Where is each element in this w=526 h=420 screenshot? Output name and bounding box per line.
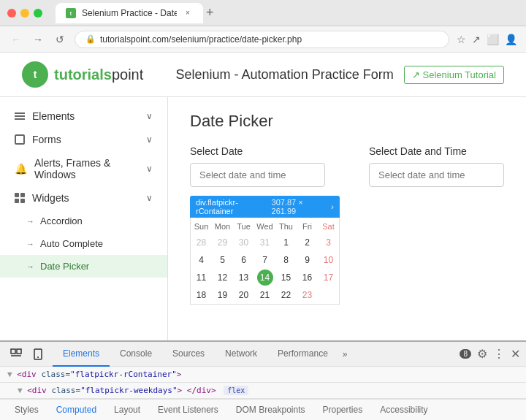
chevron-down-icon: ∨ <box>146 111 153 121</box>
cal-day[interactable]: 19 <box>212 286 233 304</box>
minimize-button[interactable] <box>20 9 29 18</box>
devtools-panel-tab-layout[interactable]: Layout <box>105 400 149 421</box>
sidebar-item-alerts[interactable]: 🔔 Alerts, Frames & Windows ∨ <box>0 151 167 186</box>
devtools-panel-tabs: Styles Computed Layout Event Listeners D… <box>0 400 526 420</box>
devtools-panel-tab-computed[interactable]: Computed <box>47 400 105 421</box>
devtools-close-icon[interactable]: ✕ <box>511 347 520 361</box>
devtools-tabs: Elements Console Sources Network Perform… <box>0 342 526 367</box>
cal-day[interactable]: 1 <box>275 234 297 251</box>
new-tab-button[interactable]: + <box>206 5 214 20</box>
date-picker-input-1[interactable] <box>190 163 325 187</box>
sidebar-subitem-accordion[interactable]: → Accordion <box>0 210 167 232</box>
site-header: t tutorialspoint Selenium - Automation P… <box>0 53 526 97</box>
cal-day-today[interactable]: 14 <box>257 270 273 286</box>
share-icon[interactable]: ↗ <box>472 34 481 45</box>
devtools-panel-tab-accessibility[interactable]: Accessibility <box>371 400 436 421</box>
sidebar-item-elements-label: Elements <box>32 110 75 122</box>
selenium-tutorial-link[interactable]: ↗ Selenium Tutorial <box>404 66 504 84</box>
cal-day[interactable]: 17 <box>318 269 339 286</box>
cal-day[interactable]: 18 <box>191 286 212 304</box>
sidebar-subitem-accordion-label: Accordion <box>40 215 83 226</box>
fullscreen-button[interactable] <box>34 9 42 18</box>
devtools-panel-tab-event-listeners[interactable]: Event Listeners <box>149 400 227 421</box>
url-bar[interactable]: 🔒 tutorialspoint.com/selenium/practice/d… <box>75 31 449 48</box>
cal-day-header-mon: Mon <box>212 218 233 234</box>
cal-day[interactable]: 30 <box>233 234 254 251</box>
devtools-code-line-2: ▼ <div class="flatpickr-weekdays"> </div… <box>0 383 526 399</box>
devtools-panel: Elements Console Sources Network Perform… <box>0 340 526 420</box>
cal-day[interactable]: 5 <box>212 251 233 269</box>
cal-day[interactable] <box>318 286 339 304</box>
cal-day[interactable]: 21 <box>254 286 275 304</box>
tab-close-button[interactable]: × <box>183 8 193 18</box>
cal-day[interactable]: 4 <box>191 251 212 269</box>
tooltip-size: 307.87 × 261.99 <box>272 198 323 215</box>
devtools-panel-tab-dom-breakpoints[interactable]: DOM Breakpoints <box>227 400 314 421</box>
cal-day-header-tue: Tue <box>233 218 254 234</box>
bell-icon: 🔔 <box>15 163 27 175</box>
cal-day[interactable]: 3 <box>318 234 339 251</box>
devtools-icons: 8 ⚙ ⋮ ✕ <box>460 347 520 361</box>
devtools-settings-icon[interactable]: ⚙ <box>477 347 487 361</box>
tab-bar: t Selenium Practice - Date Pic... × + <box>56 3 519 23</box>
page-content: Date Picker Select Date div.flatpickr-rC… <box>168 97 526 340</box>
address-icons: ☆ ↗ ⬜ 👤 <box>457 34 517 45</box>
cal-day[interactable]: 6 <box>233 251 254 269</box>
date-pickers-row: Select Date div.flatpickr-rContainer 307… <box>190 145 504 305</box>
cal-day[interactable]: 9 <box>297 251 318 269</box>
active-tab[interactable]: t Selenium Practice - Date Pic... × <box>56 3 203 23</box>
devtools-menu-icon[interactable]: ⋮ <box>493 347 505 361</box>
profile-icon[interactable]: 👤 <box>505 34 517 45</box>
sidebar-item-elements[interactable]: Elements ∨ <box>0 104 167 128</box>
grid-icon <box>15 193 25 203</box>
close-button[interactable] <box>7 9 16 18</box>
tooltip-arrow-icon: › <box>331 202 334 211</box>
devtools-inspect-icon[interactable] <box>6 344 26 364</box>
date-picker-group-1: Select Date div.flatpickr-rContainer 307… <box>190 145 340 305</box>
cal-day[interactable]: 15 <box>275 269 297 286</box>
refresh-button[interactable]: ↺ <box>53 32 67 47</box>
cal-day[interactable]: 11 <box>191 269 212 286</box>
cal-day[interactable]: 10 <box>318 251 339 269</box>
cal-day[interactable]: 8 <box>275 251 297 269</box>
arrow-icon: → <box>26 240 34 248</box>
window-icon[interactable]: ⬜ <box>487 34 499 45</box>
sidebar-item-forms[interactable]: Forms ∨ <box>0 128 167 151</box>
cal-day[interactable]: 29 <box>212 234 233 251</box>
tab-favicon: t <box>66 8 76 18</box>
date-picker-label-1: Select Date <box>190 145 340 157</box>
date-picker-input-2[interactable] <box>369 163 504 187</box>
cal-day[interactable]: 12 <box>212 269 233 286</box>
chevron-down-icon: ∨ <box>146 193 153 203</box>
cal-day-header-sat: Sat <box>318 218 339 234</box>
devtools-panel-tab-styles[interactable]: Styles <box>6 400 47 421</box>
cal-day[interactable]: 22 <box>275 286 297 304</box>
sidebar-subitem-auto-complete[interactable]: → Auto Complete <box>0 232 167 255</box>
cal-day[interactable]: 16 <box>297 269 318 286</box>
cal-day[interactable]: 28 <box>191 234 212 251</box>
chevron-down-icon: ∨ <box>146 164 153 174</box>
devtools-tab-console[interactable]: Console <box>110 342 162 367</box>
sidebar-subitem-date-picker[interactable]: → Date Picker <box>0 255 167 278</box>
forward-button[interactable]: → <box>31 32 45 47</box>
calendar-tooltip: div.flatpickr-rContainer 307.87 × 261.99… <box>190 196 340 218</box>
back-button[interactable]: ← <box>9 32 23 47</box>
cal-day[interactable]: 7 <box>254 251 275 269</box>
cal-day[interactable]: 2 <box>297 234 318 251</box>
devtools-tab-elements[interactable]: Elements <box>53 342 110 367</box>
calendar-header: Sun Mon Tue Wed Thu Fri Sat <box>191 218 339 234</box>
cal-day[interactable]: 23 <box>297 286 318 304</box>
devtools-panel-tab-properties[interactable]: Properties <box>314 400 372 421</box>
devtools-tabs-more[interactable]: » <box>338 349 352 359</box>
cal-day[interactable]: 20 <box>233 286 254 304</box>
date-picker-label-2: Select Date and Time <box>369 145 504 157</box>
devtools-tab-sources[interactable]: Sources <box>162 342 215 367</box>
devtools-tab-network[interactable]: Network <box>215 342 267 367</box>
cal-day[interactable]: 13 <box>233 269 254 286</box>
cal-day[interactable]: 31 <box>254 234 275 251</box>
devtools-tab-performance[interactable]: Performance <box>267 342 338 367</box>
devtools-device-icon[interactable] <box>28 344 48 364</box>
star-icon[interactable]: ☆ <box>457 34 466 45</box>
sidebar-item-widgets[interactable]: Widgets ∨ <box>0 186 167 210</box>
calendar-grid[interactable]: 28 29 30 31 1 2 3 4 5 6 7 8 <box>191 234 339 304</box>
